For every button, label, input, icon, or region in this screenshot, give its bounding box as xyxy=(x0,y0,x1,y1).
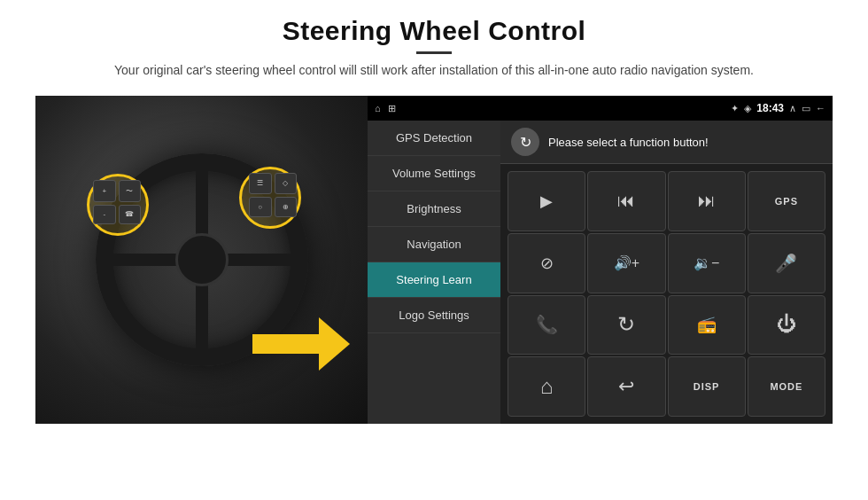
bluetooth-icon: ✦ xyxy=(731,103,739,114)
title-divider xyxy=(416,51,452,54)
btn-icon-diamond: ◇ xyxy=(275,173,298,194)
app-status-icon: ⊞ xyxy=(388,103,396,114)
arrow-shape xyxy=(252,317,350,371)
arrow-body xyxy=(252,334,323,354)
disp-label: DISP xyxy=(694,381,720,392)
page-container: Steering Wheel Control Your original car… xyxy=(0,0,868,500)
phone-icon: 📞 xyxy=(536,314,558,335)
photo-side: + 〜 - ☎ ☰ ◇ ○ ⊕ xyxy=(35,96,368,424)
btn-mute[interactable]: ⊘ xyxy=(508,233,585,293)
btn-icon-plus: + xyxy=(93,180,116,202)
btn-icon-menu: ☰ xyxy=(249,173,272,194)
status-bar-left: ⌂ ⊞ xyxy=(375,103,396,114)
btn-gps[interactable] xyxy=(748,171,825,231)
status-bar: ⌂ ⊞ ✦ ◈ 18:43 ∧ ▭ ← xyxy=(368,96,833,121)
mute-icon: ⊘ xyxy=(540,254,554,273)
screen-side: ⌂ ⊞ ✦ ◈ 18:43 ∧ ▭ ← GPS Detection Volume… xyxy=(368,96,833,424)
home-status-icon: ⌂ xyxy=(375,103,381,113)
btn-vol-down[interactable]: 🔉− xyxy=(668,233,746,293)
btn-next[interactable] xyxy=(668,171,746,231)
btn-play[interactable] xyxy=(508,171,585,231)
left-button-cluster: + 〜 - ☎ xyxy=(93,180,141,224)
vol-down-icon: 🔉− xyxy=(694,254,719,271)
page-title: Steering Wheel Control xyxy=(114,16,754,46)
btn-radio[interactable]: 📻 xyxy=(668,295,746,355)
rotate-icon: ↻ xyxy=(617,312,635,337)
steering-wheel-bg: + 〜 - ☎ ☰ ◇ ○ ⊕ xyxy=(35,96,368,424)
status-time: 18:43 xyxy=(756,102,784,114)
subtitle-text: Your original car's steering wheel contr… xyxy=(114,61,754,80)
arrow-container xyxy=(252,317,350,371)
radio-icon: 📻 xyxy=(697,315,717,334)
btn-icon-call: ☎ xyxy=(119,205,142,225)
status-bar-right: ✦ ◈ 18:43 ∧ ▭ ← xyxy=(731,102,825,114)
window-icon: ▭ xyxy=(802,103,810,114)
title-section: Steering Wheel Control Your original car… xyxy=(114,16,754,80)
next-icon xyxy=(698,191,716,211)
control-grid: ⊘ 🔊+ 🔉− 🎤 📞 xyxy=(500,164,833,424)
menu-item-volume-settings[interactable]: Volume Settings xyxy=(368,156,500,191)
right-button-cluster: ☰ ◇ ○ ⊕ xyxy=(249,173,297,217)
panel-header: ↻ Please select a function button! xyxy=(500,121,833,164)
mic-icon: 🎤 xyxy=(775,253,797,274)
btn-rotate[interactable]: ↻ xyxy=(587,295,665,355)
power-icon: ⏻ xyxy=(777,313,796,336)
btn-icon-wave: 〜 xyxy=(119,180,142,202)
btn-icon-circle: ○ xyxy=(249,197,272,218)
control-panel: ↻ Please select a function button! xyxy=(500,121,833,424)
play-icon xyxy=(540,191,553,211)
gps-icon xyxy=(775,196,798,207)
chevron-up-icon: ∧ xyxy=(789,103,796,114)
menu-item-steering-learn[interactable]: Steering Learn xyxy=(368,262,500,298)
back-status-icon: ← xyxy=(816,103,825,113)
btn-home[interactable]: ⌂ xyxy=(508,356,585,417)
wifi-icon: ◈ xyxy=(744,103,751,114)
btn-disp[interactable]: DISP xyxy=(668,356,746,417)
btn-icon-minus: - xyxy=(93,205,116,225)
menu-item-logo-settings[interactable]: Logo Settings xyxy=(368,298,500,333)
refresh-icon[interactable]: ↻ xyxy=(511,128,539,156)
btn-prev[interactable] xyxy=(587,171,665,231)
back-icon: ↩ xyxy=(618,375,634,398)
content-area: + 〜 - ☎ ☰ ◇ ○ ⊕ xyxy=(35,96,833,424)
mode-label: MODE xyxy=(770,381,802,392)
btn-back[interactable]: ↩ xyxy=(587,356,665,417)
wheel-center xyxy=(175,233,229,286)
btn-power[interactable]: ⏻ xyxy=(748,295,825,355)
screen-content: GPS Detection Volume Settings Brightness… xyxy=(368,121,833,424)
btn-mic[interactable]: 🎤 xyxy=(748,233,825,293)
menu-sidebar: GPS Detection Volume Settings Brightness… xyxy=(368,121,500,424)
vol-up-icon: 🔊+ xyxy=(614,254,639,271)
menu-item-brightness[interactable]: Brightness xyxy=(368,191,500,227)
btn-phone[interactable]: 📞 xyxy=(508,295,585,355)
arrow-head xyxy=(319,317,350,371)
btn-icon-cross: ⊕ xyxy=(275,197,298,218)
btn-vol-up[interactable]: 🔊+ xyxy=(587,233,665,293)
prev-icon xyxy=(617,191,635,211)
menu-item-navigation[interactable]: Navigation xyxy=(368,227,500,262)
menu-item-gps-detection[interactable]: GPS Detection xyxy=(368,121,500,156)
panel-header-text: Please select a function button! xyxy=(548,136,709,149)
home-icon: ⌂ xyxy=(540,374,554,399)
btn-mode[interactable]: MODE xyxy=(748,356,825,417)
